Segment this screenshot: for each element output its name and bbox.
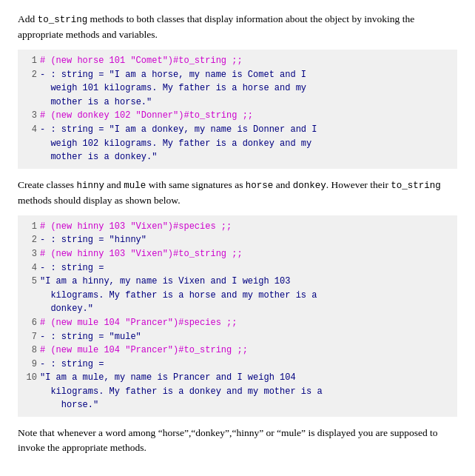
to-string-code-1: to_string bbox=[38, 15, 88, 25]
donkey-code: donkey bbox=[293, 181, 326, 191]
line-content: # (new mule 104 "Prancer")#to_string ;; bbox=[40, 343, 451, 358]
code-line: 1# (new hinny 103 "Vixen")#species ;; bbox=[24, 220, 451, 234]
code-line: donkey." bbox=[24, 302, 451, 316]
code-line: 2- : string = "hinny" bbox=[24, 233, 451, 247]
code-line: weigh 101 kilograms. My father is a hors… bbox=[24, 81, 451, 95]
code-line: mother is a donkey." bbox=[24, 150, 451, 164]
code-block-1: 1# (new horse 101 "Comet")#to_string ;;2… bbox=[18, 50, 457, 169]
line-content: # (new hinny 103 "Vixen")#species ;; bbox=[40, 220, 451, 234]
horse-code: horse bbox=[246, 181, 274, 191]
line-content: - : string = "I am a donkey, my name is … bbox=[40, 123, 451, 137]
code-line: weigh 102 kilograms. My father is a donk… bbox=[24, 137, 451, 151]
code-line: mother is a horse." bbox=[24, 95, 451, 110]
code-line: 5"I am a hinny, my name is Vixen and I w… bbox=[24, 275, 451, 289]
line-number: 2 bbox=[24, 233, 37, 247]
line-content: horse." bbox=[40, 398, 451, 412]
line-number: 4 bbox=[24, 123, 37, 137]
code-line: 2- : string = "I am a horse, my name is … bbox=[24, 68, 451, 82]
line-number: 2 bbox=[24, 68, 37, 82]
line-content: - : string = bbox=[40, 358, 451, 372]
line-number: 5 bbox=[24, 275, 37, 289]
line-number: 6 bbox=[24, 316, 37, 330]
line-number: 3 bbox=[24, 109, 37, 123]
line-number: 8 bbox=[24, 343, 37, 358]
line-number: 4 bbox=[24, 261, 37, 275]
line-number: 10 bbox=[24, 371, 37, 385]
code-line: 8# (new mule 104 "Prancer")#to_string ;; bbox=[24, 343, 451, 358]
line-content: - : string = "hinny" bbox=[40, 233, 451, 247]
middle-paragraph: Create classes hinny and mule with same … bbox=[18, 178, 457, 208]
line-content: # (new mule 104 "Prancer")#species ;; bbox=[40, 316, 451, 330]
line-content: mother is a horse." bbox=[40, 95, 451, 110]
code-line: 4- : string = bbox=[24, 261, 451, 275]
code-line: 1# (new horse 101 "Comet")#to_string ;; bbox=[24, 54, 451, 68]
line-content: # (new donkey 102 "Donner")#to_string ;; bbox=[40, 109, 451, 123]
line-content: # (new hinny 103 "Vixen")#to_string ;; bbox=[40, 247, 451, 261]
hinny-code: hinny bbox=[76, 181, 104, 191]
line-content: kilograms. My father is a horse and my m… bbox=[40, 289, 451, 303]
intro-paragraph: Add to_string methods to both classes th… bbox=[18, 12, 457, 42]
code-line: 3# (new hinny 103 "Vixen")#to_string ;; bbox=[24, 247, 451, 261]
code-line: 7- : string = "mule" bbox=[24, 330, 451, 344]
line-content: "I am a hinny, my name is Vixen and I we… bbox=[40, 275, 451, 289]
to-string-code-2: to_string bbox=[391, 181, 441, 191]
note-paragraph: Note that whenever a word among “horse”,… bbox=[18, 426, 457, 456]
line-content: kilograms. My father is a donkey and my … bbox=[40, 385, 451, 399]
code-line: 4- : string = "I am a donkey, my name is… bbox=[24, 123, 451, 137]
line-number: 3 bbox=[24, 247, 37, 261]
line-content: - : string = "mule" bbox=[40, 330, 451, 344]
line-content: mother is a donkey." bbox=[40, 150, 451, 164]
code-line: 10"I am a mule, my name is Prancer and I… bbox=[24, 371, 451, 385]
line-content: # (new horse 101 "Comet")#to_string ;; bbox=[40, 54, 451, 68]
code-line: kilograms. My father is a horse and my m… bbox=[24, 289, 451, 303]
mule-code: mule bbox=[124, 181, 146, 191]
line-content: "I am a mule, my name is Prancer and I w… bbox=[40, 371, 451, 385]
line-content: weigh 102 kilograms. My father is a donk… bbox=[40, 137, 451, 151]
code-block-2: 1# (new hinny 103 "Vixen")#species ;;2- … bbox=[18, 215, 457, 417]
code-line: 9- : string = bbox=[24, 358, 451, 372]
line-number: 9 bbox=[24, 358, 37, 372]
line-number: 7 bbox=[24, 330, 37, 344]
line-content: - : string = "I am a horse, my name is C… bbox=[40, 68, 451, 82]
line-number: 1 bbox=[24, 54, 37, 68]
code-line: 3# (new donkey 102 "Donner")#to_string ;… bbox=[24, 109, 451, 123]
code-line: kilograms. My father is a donkey and my … bbox=[24, 385, 451, 399]
code-line: 6# (new mule 104 "Prancer")#species ;; bbox=[24, 316, 451, 330]
line-content: weigh 101 kilograms. My father is a hors… bbox=[40, 81, 451, 95]
line-number: 1 bbox=[24, 220, 37, 234]
line-content: - : string = bbox=[40, 261, 451, 275]
code-line: horse." bbox=[24, 398, 451, 412]
line-content: donkey." bbox=[40, 302, 451, 316]
